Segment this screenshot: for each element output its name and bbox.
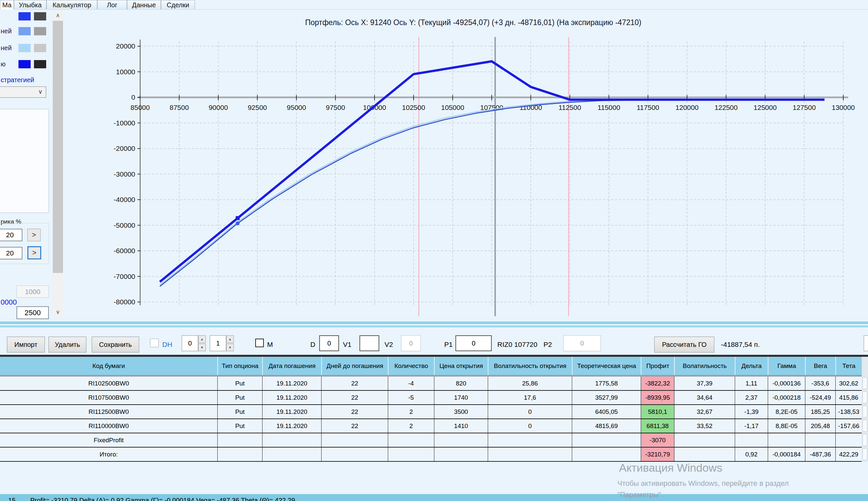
cell: 5810,1 [641,405,674,418]
scrollbar-segment[interactable] [862,377,867,389]
cell [262,433,321,447]
cell: 25,86 [488,376,572,390]
cell [434,433,488,447]
cell: Put [217,376,262,390]
column-header-13[interactable]: Вега [805,357,835,375]
cell: 1,11 [735,376,768,390]
cell: 820 [434,376,488,390]
x-tick-label: 92500 [248,104,267,111]
column-header-9[interactable]: Профит [641,357,674,375]
calc-margin-button[interactable]: Рассчитать ГО [654,337,714,352]
spin-up-icon[interactable]: ▲ [198,335,206,343]
cell: 32,67 [674,405,735,418]
dh-spinner-2[interactable] [210,335,226,351]
cell: 0,92 [735,448,768,461]
spin-down-icon[interactable]: ▼ [226,343,234,351]
scrollbar-segment[interactable] [862,420,867,432]
y-tick-label: 10000 [116,68,135,76]
cell: 302,62 [835,376,862,390]
import-button[interactable]: Импорт [7,337,45,352]
current-x-marker[interactable] [236,222,240,225]
tab-Сделки[interactable]: Сделки [161,0,195,10]
y-tick-label: -40000 [114,196,135,203]
column-header-2[interactable]: Тип опциона [217,357,262,375]
m-checkbox[interactable] [255,339,264,347]
table-row[interactable]: RI112500BW0Put19.11.2020222350006405,055… [0,405,862,419]
column-header-11[interactable]: Дельта [735,357,768,375]
column-header-6[interactable]: Цена открытия [434,357,488,375]
cell [735,433,768,447]
cell [835,433,862,447]
cell: Put [217,391,262,404]
tab-Ма[interactable]: Ма [0,0,14,10]
cell: 8,2E-05 [768,405,805,418]
cell [434,448,488,461]
cell [674,433,735,447]
p2-label: P2 [543,341,552,349]
table-row[interactable]: RI102500BW0Put19.11.202022-482025,861775… [0,376,862,391]
column-header-12[interactable]: Гамма [768,357,805,375]
cell: 19.11.2020 [262,419,321,433]
column-header-10[interactable]: Волатильность [674,357,735,375]
dh-spinner-2-arrows[interactable]: ▲ ▼ [226,335,234,351]
current-x-marker[interactable] [236,216,240,220]
cell: FixedProfit [0,433,217,447]
cell [572,433,641,447]
p1-field[interactable] [455,335,492,351]
table-row[interactable]: RI110000BW0Put19.11.2020222141004815,696… [0,419,862,433]
column-header-8[interactable]: Теоретическая цена [572,357,641,375]
v1-field[interactable] [360,335,379,351]
tab-Данные[interactable]: Данные [127,0,161,10]
cell: 33,52 [674,419,735,433]
cell: RI102500BW0 [0,376,217,390]
edge-partial-field [864,335,868,351]
table-row[interactable]: Итого:-3210,790,92-0,000184-487,36422,29 [0,448,862,462]
d-field[interactable] [319,335,339,351]
cell: RI107500BW0 [0,391,217,404]
table-row[interactable]: FixedProfit-3070 [0,433,862,448]
dh-checkbox[interactable] [150,339,158,347]
column-header-1[interactable]: Код бумаги [0,357,217,375]
column-header-14[interactable]: Тета [835,357,862,375]
status-bar-greeks-text: 15 Profit= -3210,79 Delta (Δ)= 0,92 Gamm… [8,497,295,501]
spin-up-icon[interactable]: ▲ [226,335,234,343]
scrollbar-segment[interactable] [862,434,867,446]
tab-Лог[interactable]: Лог [97,0,127,10]
x-tick-label: 90000 [209,104,228,111]
cell: 2,37 [735,391,768,404]
p1-label: P1 [444,341,453,349]
table-row[interactable]: RI107500BW0Put19.11.202022-5174017,63527… [0,391,862,405]
dh-label: DH [162,341,172,349]
column-header-5[interactable]: Количество [388,357,434,375]
save-button[interactable]: Сохранить [92,337,139,352]
cell: 22 [321,405,388,418]
spin-down-icon[interactable]: ▼ [198,343,206,351]
cell: 1775,58 [572,376,641,390]
y-tick-label: -60000 [114,247,135,255]
scrollbar-segment[interactable] [862,392,867,403]
dh-spinner-1[interactable] [182,335,198,351]
v2-label: V2 [385,341,393,349]
cell [388,433,434,447]
cell: 19.11.2020 [262,376,321,390]
dh-spinner-1-arrows[interactable]: ▲ ▼ [198,335,206,351]
cell: 3527,99 [572,391,641,404]
column-header-3[interactable]: Дата погашения [262,357,321,375]
cell [217,448,262,461]
tab-Улыбка[interactable]: Улыбка [14,0,46,10]
series-На экспирацию [160,61,824,282]
cell [768,433,805,447]
scrollbar-segment[interactable] [862,406,867,417]
cell: -0,000218 [768,391,805,404]
column-header-4[interactable]: Дней до погашения [321,357,388,375]
delete-button[interactable]: Удалить [48,337,86,352]
column-header-7[interactable]: Волатильность открытия [488,357,572,375]
cell: -0,000184 [768,448,805,461]
cell: 205,48 [805,419,835,433]
payoff-chart[interactable]: 20000100000-10000-20000-30000-40000-5000… [0,10,868,321]
tab-Калькулятор[interactable]: Калькулятор [46,0,97,10]
x-tick-label: 95000 [287,104,306,111]
cell [572,448,641,461]
cell: 415,86 [835,391,862,404]
scrollbar-segment[interactable] [862,448,867,460]
